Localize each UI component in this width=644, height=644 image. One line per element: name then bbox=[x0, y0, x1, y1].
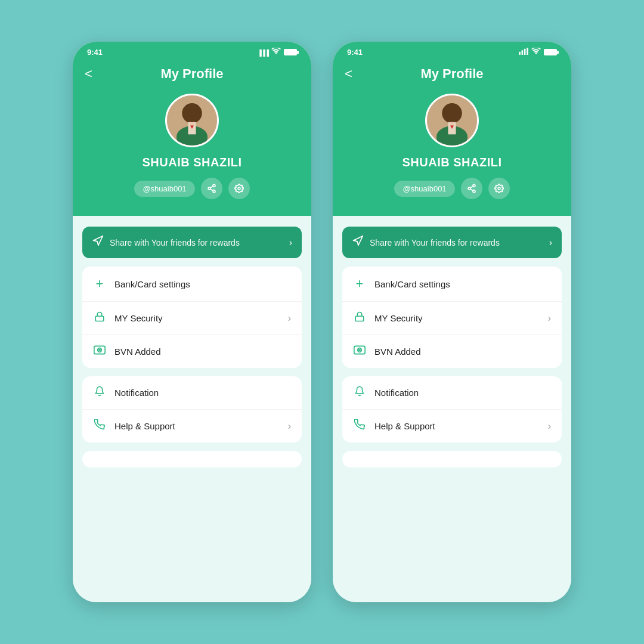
user-name-2: SHUAIB SHAZILI bbox=[402, 156, 502, 169]
wifi-icon-2 bbox=[531, 48, 541, 57]
share-icon-button[interactable] bbox=[201, 178, 222, 199]
help-label-2: Help & Support bbox=[374, 421, 548, 431]
menu-card-1b: + Bank/Card settings MY Security › BVN A… bbox=[342, 267, 562, 368]
svg-rect-11 bbox=[95, 316, 104, 321]
phone-left: 9:41 < My Profile SHUAIB SHAZILI bbox=[73, 42, 311, 602]
plus-icon-2: + bbox=[353, 276, 366, 292]
menu-item-security[interactable]: MY Security › bbox=[82, 302, 302, 335]
partial-card bbox=[82, 451, 302, 467]
svg-rect-16 bbox=[522, 50, 524, 55]
security-chevron-2: › bbox=[548, 313, 551, 324]
bvn-icon bbox=[93, 345, 106, 358]
svg-point-33 bbox=[359, 349, 361, 351]
bvn-icon-2 bbox=[353, 345, 366, 358]
username-badge-2: @shuaib001 bbox=[394, 181, 454, 197]
share-banner[interactable]: Share with Your friends for rewards › bbox=[82, 227, 302, 258]
wifi-icon bbox=[271, 48, 281, 57]
header-2: < My Profile bbox=[333, 60, 571, 94]
avatar-2 bbox=[425, 94, 479, 147]
security-chevron: › bbox=[288, 313, 291, 324]
svg-rect-18 bbox=[527, 48, 528, 55]
menu-item-bvn-2[interactable]: BVN Added bbox=[342, 335, 562, 368]
share-icon-button-2[interactable] bbox=[461, 178, 482, 199]
menu-card-1: + Bank/Card settings MY Security › BVN A… bbox=[82, 267, 302, 368]
svg-rect-17 bbox=[524, 49, 526, 55]
menu-item-bank-2[interactable]: + Bank/Card settings bbox=[342, 267, 562, 302]
svg-rect-15 bbox=[519, 52, 521, 55]
svg-line-9 bbox=[210, 186, 213, 188]
menu-item-security-2[interactable]: MY Security › bbox=[342, 302, 562, 335]
help-chevron: › bbox=[288, 421, 291, 432]
page-title: My Profile bbox=[160, 66, 223, 82]
bvn-label-2: BVN Added bbox=[374, 346, 551, 357]
menu-item-bank[interactable]: + Bank/Card settings bbox=[82, 267, 302, 302]
notification-icon-2 bbox=[353, 386, 366, 400]
user-name: SHUAIB SHAZILI bbox=[143, 156, 242, 169]
svg-point-20 bbox=[442, 103, 462, 123]
plus-icon: + bbox=[93, 276, 106, 292]
back-button[interactable]: < bbox=[85, 66, 92, 82]
settings-icon-button[interactable] bbox=[228, 178, 250, 199]
help-icon bbox=[93, 419, 106, 433]
menu-item-help[interactable]: Help & Support › bbox=[82, 410, 302, 442]
status-icons-2 bbox=[519, 48, 557, 57]
notification-icon bbox=[93, 386, 106, 400]
status-icons bbox=[258, 48, 297, 57]
megaphone-icon bbox=[92, 235, 104, 250]
avatar bbox=[165, 94, 219, 147]
username-row: @shuaib001 bbox=[134, 178, 249, 199]
lock-icon-2 bbox=[353, 311, 366, 325]
battery-icon-2 bbox=[544, 49, 557, 55]
security-label: MY Security bbox=[114, 313, 288, 323]
svg-rect-30 bbox=[355, 316, 364, 321]
content-area: Share with Your friends for rewards › + … bbox=[73, 216, 311, 602]
svg-point-13 bbox=[98, 348, 102, 352]
status-bar-2: 9:41 bbox=[333, 42, 571, 60]
status-bar: 9:41 bbox=[73, 42, 311, 60]
svg-point-1 bbox=[182, 103, 202, 123]
menu-item-bvn[interactable]: BVN Added bbox=[82, 335, 302, 368]
security-label-2: MY Security bbox=[374, 313, 548, 323]
share-banner-left: Share with Your friends for rewards bbox=[92, 235, 240, 250]
phone-right: 9:41 < My Profile SHUAIB SHAZILI bbox=[333, 42, 571, 602]
menu-item-help-2[interactable]: Help & Support › bbox=[342, 410, 562, 442]
share-banner-left-2: Share with Your friends for rewards bbox=[352, 235, 500, 250]
share-banner-text: Share with Your friends for rewards bbox=[110, 238, 240, 247]
svg-point-10 bbox=[238, 187, 240, 190]
battery-icon bbox=[284, 49, 297, 55]
svg-point-14 bbox=[99, 349, 101, 351]
profile-section-2: SHUAIB SHAZILI @shuaib001 bbox=[333, 94, 571, 216]
bank-card-label: Bank/Card settings bbox=[114, 279, 291, 289]
lock-icon bbox=[93, 311, 106, 325]
status-time-2: 9:41 bbox=[347, 48, 363, 57]
bank-card-label-2: Bank/Card settings bbox=[374, 279, 551, 289]
svg-point-29 bbox=[498, 187, 500, 190]
help-label: Help & Support bbox=[114, 421, 288, 431]
header: < My Profile bbox=[73, 60, 311, 94]
share-banner-2[interactable]: Share with Your friends for rewards › bbox=[342, 227, 562, 258]
notification-label-2: Notification bbox=[374, 388, 551, 398]
menu-item-notification-2[interactable]: Notification bbox=[342, 376, 562, 410]
signal-icon-2 bbox=[519, 48, 528, 57]
content-area-2: Share with Your friends for rewards › + … bbox=[333, 216, 571, 602]
profile-section: SHUAIB SHAZILI @shuaib001 bbox=[73, 94, 311, 216]
back-button-2[interactable]: < bbox=[345, 66, 352, 82]
page-title-2: My Profile bbox=[420, 66, 483, 82]
svg-rect-12 bbox=[94, 346, 105, 354]
signal-icon bbox=[258, 48, 268, 57]
menu-card-2b: Notification Help & Support › bbox=[342, 376, 562, 442]
username-row-2: @shuaib001 bbox=[394, 178, 509, 199]
notification-label: Notification bbox=[114, 388, 291, 398]
menu-item-notification[interactable]: Notification bbox=[82, 376, 302, 410]
username-badge: @shuaib001 bbox=[134, 181, 194, 197]
help-chevron-2: › bbox=[548, 421, 551, 432]
settings-icon-button-2[interactable] bbox=[488, 178, 510, 199]
svg-line-27 bbox=[470, 189, 473, 191]
share-banner-text-2: Share with Your friends for rewards bbox=[370, 238, 500, 247]
svg-rect-31 bbox=[354, 346, 365, 354]
megaphone-icon-2 bbox=[352, 235, 364, 250]
svg-line-28 bbox=[470, 186, 473, 188]
svg-point-32 bbox=[358, 348, 362, 352]
share-banner-chevron-2: › bbox=[549, 237, 552, 248]
bvn-label: BVN Added bbox=[114, 346, 291, 357]
